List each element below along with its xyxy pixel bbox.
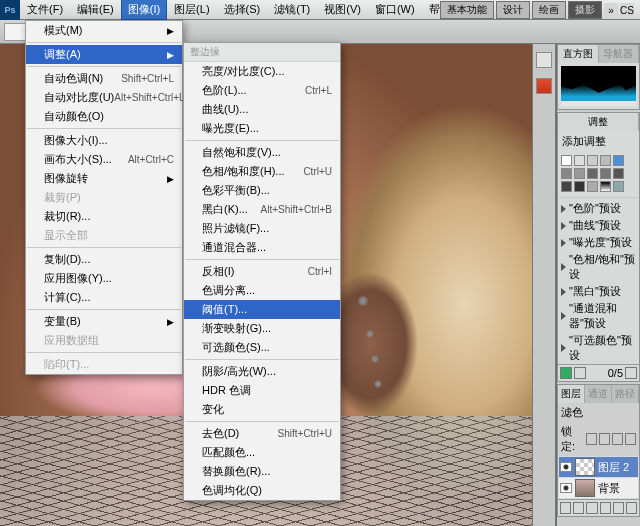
adj-curves-icon[interactable] [587, 155, 598, 166]
adj-trash-icon[interactable] [625, 367, 637, 379]
menu-item[interactable]: 黑白(K)...Alt+Shift+Ctrl+B [184, 200, 340, 219]
workspace-essentials[interactable]: 基本功能 [440, 1, 494, 19]
menu-item[interactable]: 调整(A)▶ [26, 45, 182, 64]
lock-pixels-icon[interactable] [599, 433, 610, 445]
menu-item[interactable]: 色阶(L)...Ctrl+L [184, 81, 340, 100]
menu-edit[interactable]: 编辑(E) [70, 0, 121, 20]
menu-item[interactable]: 替换颜色(R)... [184, 462, 340, 481]
adj-layer-icon[interactable] [586, 502, 597, 514]
adj-gradient-map-icon[interactable] [600, 181, 611, 192]
preset-hue[interactable]: "色相/饱和"预设 [558, 251, 639, 283]
layer-thumbnail[interactable] [575, 479, 595, 497]
tab-histogram[interactable]: 直方图 [558, 45, 599, 63]
menu-file[interactable]: 文件(F) [20, 0, 70, 20]
lock-position-icon[interactable] [612, 433, 623, 445]
menu-filter[interactable]: 滤镜(T) [267, 0, 317, 20]
menu-item[interactable]: 图像大小(I)... [26, 131, 182, 150]
menu-select[interactable]: 选择(S) [217, 0, 268, 20]
menu-item[interactable]: 模式(M)▶ [26, 21, 182, 40]
menu-item[interactable]: 色调分离... [184, 281, 340, 300]
menu-item[interactable]: 图像旋转▶ [26, 169, 182, 188]
adj-clip-icon[interactable] [574, 367, 586, 379]
layer-name[interactable]: 背景 [598, 481, 620, 496]
mini-bridge-icon[interactable] [536, 78, 552, 94]
menu-item[interactable]: 变量(B)▶ [26, 312, 182, 331]
preset-exposure[interactable]: "曝光度"预设 [558, 234, 639, 251]
adj-balance-icon[interactable] [574, 168, 585, 179]
preset-bw[interactable]: "黑白"预设 [558, 283, 639, 300]
adj-posterize-icon[interactable] [574, 181, 585, 192]
menu-item[interactable]: 色调均化(Q) [184, 481, 340, 500]
adj-photo-filter-icon[interactable] [600, 168, 611, 179]
menu-item[interactable]: 通道混合器... [184, 238, 340, 257]
lock-transparency-icon[interactable] [586, 433, 597, 445]
menu-item[interactable]: 反相(I)Ctrl+I [184, 262, 340, 281]
fx-icon[interactable] [560, 502, 571, 514]
new-layer-icon[interactable] [613, 502, 624, 514]
menu-item[interactable]: 复制(D)... [26, 250, 182, 269]
menu-layer[interactable]: 图层(L) [167, 0, 216, 20]
tab-channels[interactable]: 通道 [585, 385, 612, 403]
adj-channel-mixer-icon[interactable] [613, 168, 624, 179]
layer-row[interactable]: 背景 [559, 478, 638, 498]
tab-paths[interactable]: 路径 [612, 385, 639, 403]
menu-window[interactable]: 窗口(W) [368, 0, 422, 20]
adj-vibrance-icon[interactable] [613, 155, 624, 166]
adj-hue-icon[interactable] [561, 168, 572, 179]
blend-mode-select[interactable]: 滤色 [561, 405, 583, 420]
adj-invert-icon[interactable] [561, 181, 572, 192]
menu-item[interactable]: 阈值(T)... [184, 300, 340, 319]
menu-item[interactable]: 曝光度(E)... [184, 119, 340, 138]
workspace-photography[interactable]: 摄影 [568, 1, 602, 19]
menu-item[interactable]: 自动对比度(U)Alt+Shift+Ctrl+L [26, 88, 182, 107]
menu-item[interactable]: 自动颜色(O) [26, 107, 182, 126]
layer-thumbnail[interactable] [575, 458, 595, 476]
adj-bw-icon[interactable] [587, 168, 598, 179]
delete-layer-icon[interactable] [626, 502, 637, 514]
tab-adjustments[interactable]: 调整 [558, 113, 639, 131]
menu-view[interactable]: 视图(V) [317, 0, 368, 20]
visibility-icon[interactable] [560, 462, 572, 472]
menu-item[interactable]: 自动色调(N)Shift+Ctrl+L [26, 69, 182, 88]
menu-image[interactable]: 图像(I) [121, 0, 167, 20]
collapsed-panel-icon[interactable] [536, 52, 552, 68]
adj-levels-icon[interactable] [574, 155, 585, 166]
adj-threshold-icon[interactable] [587, 181, 598, 192]
layer-name[interactable]: 图层 2 [598, 460, 629, 475]
menu-item[interactable]: 阴影/高光(W)... [184, 362, 340, 381]
adj-exposure-icon[interactable] [600, 155, 611, 166]
adj-return-icon[interactable] [560, 367, 572, 379]
workspace-painting[interactable]: 绘画 [532, 1, 566, 19]
preset-curves[interactable]: "曲线"预设 [558, 217, 639, 234]
visibility-icon[interactable] [560, 483, 572, 493]
menu-item[interactable]: 渐变映射(G)... [184, 319, 340, 338]
preset-mixer[interactable]: "通道混和器"预设 [558, 300, 639, 332]
menu-item[interactable]: 照片滤镜(F)... [184, 219, 340, 238]
menu-item[interactable]: 变化 [184, 400, 340, 419]
adj-brightness-icon[interactable] [561, 155, 572, 166]
menu-item[interactable]: 去色(D)Shift+Ctrl+U [184, 424, 340, 443]
menu-item[interactable]: 计算(C)... [26, 288, 182, 307]
menu-item[interactable]: 可选颜色(S)... [184, 338, 340, 357]
lock-all-icon[interactable] [625, 433, 636, 445]
preset-levels[interactable]: "色阶"预设 [558, 200, 639, 217]
menu-item[interactable]: 自然饱和度(V)... [184, 143, 340, 162]
tab-navigator[interactable]: 导航器 [599, 45, 640, 63]
menu-item[interactable]: 色彩平衡(B)... [184, 181, 340, 200]
menu-item[interactable]: 色相/饱和度(H)...Ctrl+U [184, 162, 340, 181]
cs-live-icon[interactable]: CS [620, 3, 634, 17]
menu-item[interactable]: HDR 色调 [184, 381, 340, 400]
menu-item[interactable]: 亮度/对比度(C)... [184, 62, 340, 81]
menu-item[interactable]: 匹配颜色... [184, 443, 340, 462]
layer-row[interactable]: 图层 2 [559, 457, 638, 477]
mask-icon[interactable] [573, 502, 584, 514]
workspace-design[interactable]: 设计 [496, 1, 530, 19]
menu-item[interactable]: 裁切(R)... [26, 207, 182, 226]
menu-item[interactable]: 应用图像(Y)... [26, 269, 182, 288]
menu-item[interactable]: 曲线(U)... [184, 100, 340, 119]
group-icon[interactable] [600, 502, 611, 514]
tab-layers[interactable]: 图层 [558, 385, 585, 403]
menu-item[interactable]: 画布大小(S)...Alt+Ctrl+C [26, 150, 182, 169]
preset-selective[interactable]: "可选颜色"预设 [558, 332, 639, 364]
adj-selective-color-icon[interactable] [613, 181, 624, 192]
